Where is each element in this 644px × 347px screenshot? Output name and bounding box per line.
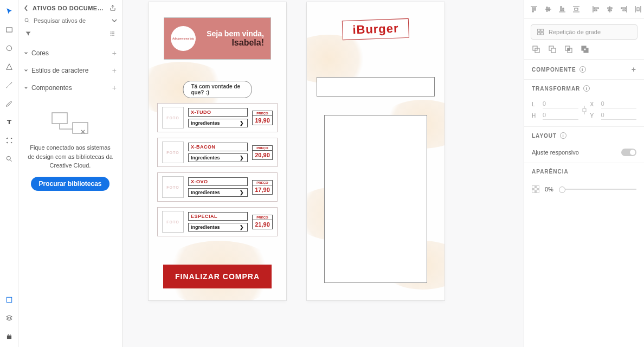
price-value: 20,90 bbox=[252, 150, 273, 160]
grid-icon bbox=[537, 28, 544, 36]
ellipse-tool-icon[interactable] bbox=[4, 43, 14, 53]
list-view-icon[interactable] bbox=[109, 30, 115, 37]
layout-section-header: LAYOUT i bbox=[524, 126, 644, 144]
svg-rect-17 bbox=[551, 48, 556, 53]
rectangle-tool-icon[interactable] bbox=[4, 25, 14, 35]
y-field[interactable]: 0 bbox=[601, 112, 637, 120]
design-canvas[interactable]: iPhone X, XS, 11 Pro – 4 Adicione uma fo… bbox=[123, 0, 524, 347]
assets-panel-header: ATIVOS DO DOCUMENT… bbox=[24, 4, 117, 12]
boolean-ops-row bbox=[524, 45, 644, 59]
assets-panel-icon[interactable] bbox=[4, 295, 14, 305]
width-field[interactable]: 0 bbox=[543, 100, 578, 108]
add-photo-circle[interactable]: Adicione uma foto bbox=[171, 26, 196, 51]
x-field[interactable]: 0 bbox=[601, 100, 637, 108]
pen-tool-icon[interactable] bbox=[4, 99, 14, 108]
align-toolbar bbox=[524, 0, 644, 19]
boolean-intersect-icon[interactable] bbox=[564, 45, 573, 54]
boolean-exclude-icon[interactable] bbox=[581, 45, 589, 54]
asset-search-row bbox=[24, 17, 117, 24]
ingredients-label: Ingredientes bbox=[191, 224, 220, 230]
chevron-down-icon[interactable] bbox=[112, 18, 117, 23]
svg-rect-5 bbox=[8, 334, 8, 335]
menu-item-0[interactable]: FOTO X-TUDO Ingredientes ❯ PREÇO 19,90 bbox=[157, 103, 278, 132]
components-section[interactable]: Componentes + bbox=[24, 79, 117, 97]
add-charstyle-icon[interactable]: + bbox=[112, 66, 117, 75]
align-bottom-icon[interactable] bbox=[558, 5, 566, 14]
asset-search-input[interactable] bbox=[34, 17, 108, 24]
add-component-instance-icon[interactable]: + bbox=[632, 65, 636, 74]
menu-price-col: PREÇO 17,90 bbox=[252, 180, 273, 195]
menu-item-3[interactable]: FOTO ESPECIAL Ingredientes ❯ PREÇO 21,90 bbox=[157, 207, 278, 236]
info-icon[interactable]: i bbox=[579, 66, 586, 73]
svg-point-1 bbox=[7, 46, 11, 50]
lock-aspect-icon[interactable] bbox=[582, 105, 587, 115]
placeholder-rect-small bbox=[317, 77, 435, 97]
opacity-value[interactable]: 0% bbox=[545, 186, 553, 192]
menu-photo-placeholder: FOTO bbox=[162, 142, 184, 163]
align-vcenter-icon[interactable] bbox=[544, 5, 552, 14]
svg-rect-11 bbox=[541, 29, 543, 31]
repeat-grid-button[interactable]: Repetição de grade bbox=[531, 24, 637, 40]
add-color-icon[interactable]: + bbox=[112, 49, 117, 57]
info-icon[interactable]: i bbox=[583, 85, 590, 92]
artboard-tool-icon[interactable] bbox=[4, 136, 14, 145]
polygon-tool-icon[interactable] bbox=[4, 62, 14, 72]
info-icon[interactable]: i bbox=[560, 132, 566, 139]
boolean-subtract-icon[interactable] bbox=[548, 45, 557, 54]
charstyles-section[interactable]: Estilos de caractere + bbox=[24, 62, 117, 79]
share-icon[interactable] bbox=[109, 4, 117, 12]
layers-panel-icon[interactable] bbox=[4, 313, 14, 323]
colors-section-label: Cores bbox=[31, 49, 49, 57]
plugins-panel-icon[interactable] bbox=[4, 332, 14, 342]
iburger-logo: iBurger bbox=[342, 18, 409, 40]
svg-rect-3 bbox=[7, 297, 11, 302]
distribute-v-icon[interactable] bbox=[572, 5, 581, 14]
align-horizontal-group bbox=[591, 5, 642, 14]
boolean-union-icon[interactable] bbox=[532, 45, 540, 54]
svg-rect-6 bbox=[10, 334, 10, 335]
svg-rect-13 bbox=[541, 33, 543, 35]
align-right-icon[interactable] bbox=[620, 5, 628, 14]
artboard-4[interactable]: Adicione uma foto Seja bem vinda, Isabel… bbox=[149, 2, 286, 300]
opacity-slider[interactable] bbox=[559, 189, 636, 190]
ingredients-button[interactable]: Ingredientes ❯ bbox=[188, 153, 248, 162]
svg-rect-10 bbox=[538, 29, 540, 31]
ingredients-button[interactable]: Ingredientes ❯ bbox=[188, 188, 248, 197]
filter-icon[interactable] bbox=[25, 30, 31, 37]
align-top-icon[interactable] bbox=[530, 5, 538, 14]
add-component-icon[interactable]: + bbox=[112, 83, 117, 92]
welcome-banner: Adicione uma foto Seja bem vinda, Isabel… bbox=[164, 17, 271, 60]
menu-price-col: PREÇO 19,90 bbox=[252, 111, 273, 125]
ingredients-button[interactable]: Ingredientes ❯ bbox=[188, 119, 248, 127]
menu-price-col: PREÇO 21,90 bbox=[252, 215, 273, 229]
select-tool-icon[interactable] bbox=[4, 7, 14, 16]
ingredients-label: Ingredientes bbox=[191, 190, 220, 195]
chevron-right-icon: ❯ bbox=[240, 224, 244, 230]
price-value: 17,90 bbox=[252, 185, 273, 195]
search-icon bbox=[24, 17, 30, 24]
align-vertical-group bbox=[530, 5, 581, 14]
align-left-icon[interactable] bbox=[591, 5, 600, 14]
finalize-purchase-button[interactable]: FINALIZAR COMPRA bbox=[163, 265, 272, 288]
height-field[interactable]: 0 bbox=[543, 112, 578, 120]
align-hcenter-icon[interactable] bbox=[606, 5, 614, 14]
responsive-resize-row: Ajuste responsivo bbox=[524, 144, 644, 163]
cc-libraries-block: Fique conectado aos sistemas de design c… bbox=[24, 110, 117, 191]
browse-libraries-button[interactable]: Procurar bibliotecas bbox=[31, 177, 109, 191]
menu-item-name: X-OVO bbox=[188, 177, 248, 186]
text-tool-icon[interactable] bbox=[4, 117, 14, 127]
line-tool-icon[interactable] bbox=[4, 80, 14, 90]
ingredients-button[interactable]: Ingredientes ❯ bbox=[188, 223, 248, 232]
colors-section[interactable]: Cores + bbox=[24, 44, 117, 62]
svg-rect-23 bbox=[584, 48, 586, 50]
asset-filter-row bbox=[24, 30, 117, 37]
artboard-5[interactable]: iBurger bbox=[307, 2, 445, 300]
menu-item-2[interactable]: FOTO X-OVO Ingredientes ❯ PREÇO 17,90 bbox=[157, 172, 278, 202]
welcome-line2: Isabela! bbox=[201, 38, 264, 48]
menu-item-1[interactable]: FOTO X-BACON Ingredientes ❯ PREÇO 20,90 bbox=[157, 138, 278, 167]
responsive-resize-toggle[interactable] bbox=[621, 149, 636, 156]
distribute-h-icon[interactable] bbox=[634, 5, 642, 14]
zoom-tool-icon[interactable] bbox=[4, 154, 14, 164]
back-icon[interactable] bbox=[24, 5, 29, 11]
opacity-checker-icon bbox=[532, 185, 539, 193]
